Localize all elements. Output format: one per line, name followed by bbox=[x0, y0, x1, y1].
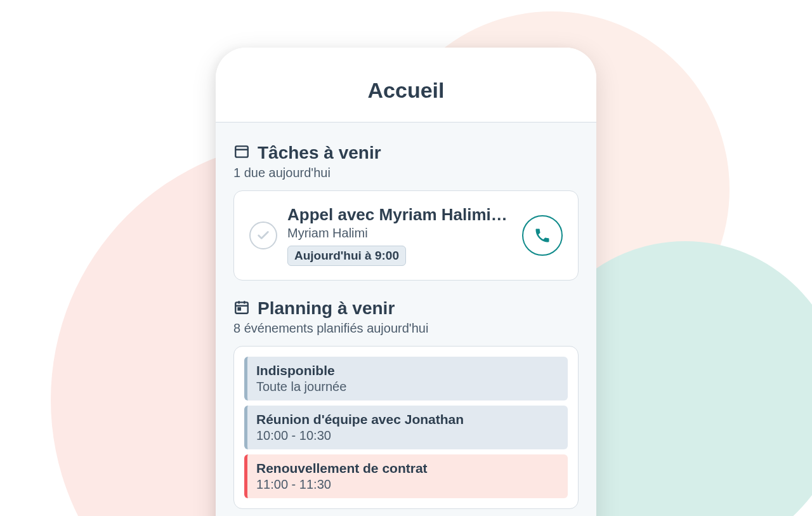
event-time: 11:00 - 11:30 bbox=[256, 477, 559, 492]
event-time: Toute la journée bbox=[256, 380, 559, 394]
calendar-icon bbox=[233, 299, 250, 318]
task-title: Appel avec Myriam Halimi… bbox=[287, 205, 512, 225]
task-complete-checkbox[interactable] bbox=[249, 222, 277, 249]
svg-rect-6 bbox=[239, 308, 240, 310]
phone-frame: Accueil Tâches à venir 1 due aujourd'hui… bbox=[216, 48, 596, 516]
event-title: Indisponible bbox=[256, 363, 559, 378]
task-body: Appel avec Myriam Halimi… Myriam Halimi … bbox=[287, 205, 512, 266]
tasks-icon bbox=[233, 143, 250, 162]
event-time: 10:00 - 10:30 bbox=[256, 428, 559, 443]
planning-title: Planning à venir bbox=[258, 298, 395, 319]
event-title: Renouvellement de contrat bbox=[256, 461, 559, 476]
task-due-chip: Aujourd'hui à 9:00 bbox=[287, 246, 406, 266]
tasks-title: Tâches à venir bbox=[258, 143, 381, 163]
app-header: Accueil bbox=[216, 48, 596, 122]
tasks-subtitle: 1 due aujourd'hui bbox=[233, 166, 579, 180]
call-button[interactable] bbox=[522, 215, 563, 256]
page-title: Accueil bbox=[216, 78, 596, 103]
task-contact: Myriam Halimi bbox=[287, 226, 512, 241]
task-card[interactable]: Appel avec Myriam Halimi… Myriam Halimi … bbox=[233, 190, 579, 281]
svg-rect-2 bbox=[235, 302, 248, 313]
planning-section-header: Planning à venir bbox=[233, 298, 579, 319]
event-item[interactable]: Réunion d'équipe avec Jonathan 10:00 - 1… bbox=[244, 406, 568, 449]
event-item[interactable]: Indisponible Toute la journée bbox=[244, 357, 568, 400]
tasks-section-header: Tâches à venir bbox=[233, 143, 579, 163]
app-body: Tâches à venir 1 due aujourd'hui Appel a… bbox=[216, 122, 596, 516]
planning-card: Indisponible Toute la journée Réunion d'… bbox=[233, 346, 579, 509]
event-item[interactable]: Renouvellement de contrat 11:00 - 11:30 bbox=[244, 454, 568, 498]
planning-subtitle: 8 événements planifiés aujourd'hui bbox=[233, 321, 579, 336]
event-title: Réunion d'équipe avec Jonathan bbox=[256, 412, 559, 427]
svg-rect-0 bbox=[235, 146, 248, 157]
phone-icon bbox=[534, 227, 551, 244]
check-icon bbox=[256, 228, 270, 242]
